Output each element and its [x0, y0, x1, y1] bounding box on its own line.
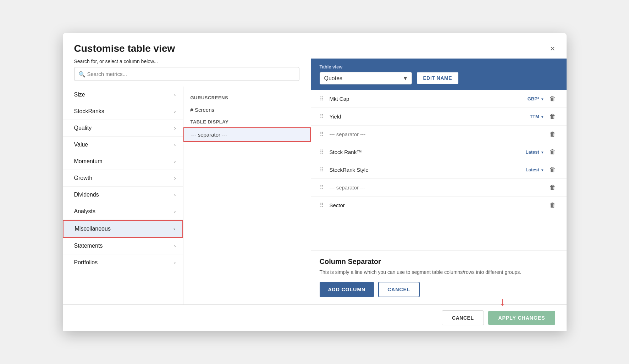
category-item-miscellaneous[interactable]: Miscellaneous›	[63, 220, 183, 238]
delete-column-button[interactable]: 🗑	[547, 183, 558, 192]
modal-body: Search for, or select a column below... …	[63, 59, 567, 304]
column-tag[interactable]: Latest ▾	[526, 167, 543, 172]
category-item-analysts[interactable]: Analysts›	[63, 203, 183, 220]
category-item-value[interactable]: Value›	[63, 137, 183, 153]
column-name: Sector	[330, 202, 543, 208]
dropdown-arrow-icon: ▾	[541, 150, 543, 154]
modal-footer: ↓ CANCEL APPLY CHANGES	[63, 304, 567, 331]
category-item-portfolios[interactable]: Portfolios›	[63, 254, 183, 271]
footer-cancel-button[interactable]: CANCEL	[442, 310, 484, 325]
sub-item-separator[interactable]: --- separator ---	[183, 127, 311, 142]
dropdown-arrow-icon: ▾	[541, 97, 543, 101]
delete-column-button[interactable]: 🗑	[547, 165, 558, 174]
delete-column-button[interactable]: 🗑	[547, 130, 558, 139]
search-area: Search for, or select a column below... …	[63, 59, 311, 87]
category-label-quality: Quality	[74, 125, 92, 131]
category-item-dividends[interactable]: Dividends›	[63, 187, 183, 203]
delete-column-button[interactable]: 🗑	[547, 94, 558, 103]
chevron-right-icon: ›	[174, 142, 176, 148]
table-row: ⠿StockRank StyleLatest ▾🗑	[311, 161, 567, 179]
sub-items-panel: GURUSCREENS# ScreensTABLE DISPLAY--- sep…	[183, 87, 311, 304]
drag-handle-icon[interactable]: ⠿	[320, 95, 324, 102]
delete-column-button[interactable]: 🗑	[547, 148, 558, 156]
close-button[interactable]: ×	[550, 44, 555, 53]
chevron-right-icon: ›	[174, 243, 176, 249]
drag-handle-icon[interactable]: ⠿	[320, 184, 324, 191]
column-name: --- separator ---	[330, 131, 543, 137]
table-row: ⠿--- separator ---🗑	[311, 126, 567, 143]
category-item-size[interactable]: Size›	[63, 87, 183, 103]
table-row: ⠿YieldTTM ▾🗑	[311, 108, 567, 126]
drag-handle-icon[interactable]: ⠿	[320, 113, 324, 120]
sub-item-screens[interactable]: # Screens	[183, 103, 311, 116]
table-view-label: Table view	[320, 64, 459, 70]
search-input[interactable]	[74, 67, 299, 81]
table-row: ⠿Sector🗑	[311, 197, 567, 214]
dropdown-arrow-icon: ▾	[541, 115, 543, 119]
category-item-quality[interactable]: Quality›	[63, 120, 183, 137]
right-panel: Table view QuotesWatchlistPortfolio ▼ ED…	[311, 59, 567, 304]
right-panel-header: Table view QuotesWatchlistPortfolio ▼ ED…	[311, 59, 567, 90]
table-row: ⠿Stock Rank™Latest ▾🗑	[311, 143, 567, 161]
category-item-statements[interactable]: Statements›	[63, 238, 183, 254]
delete-column-button[interactable]: 🗑	[547, 112, 558, 121]
category-label-value: Value	[74, 142, 88, 148]
separator-cancel-button[interactable]: CANCEL	[378, 282, 419, 297]
chevron-right-icon: ›	[174, 125, 176, 131]
category-item-momentum[interactable]: Momentum›	[63, 153, 183, 170]
column-tag[interactable]: GBP* ▾	[528, 96, 543, 101]
modal-title: Customise table view	[74, 43, 175, 54]
edit-name-button[interactable]: EDIT NAME	[416, 72, 459, 84]
category-label-momentum: Momentum	[74, 158, 103, 165]
sub-section-title-guruscreens: GURUSCREENS	[183, 92, 311, 103]
column-name: StockRank Style	[330, 167, 522, 173]
separator-actions: ADD COLUMN CANCEL	[320, 282, 558, 297]
chevron-right-icon: ›	[174, 192, 176, 198]
category-item-stockranks[interactable]: StockRanks›	[63, 103, 183, 120]
header-controls: QuotesWatchlistPortfolio ▼ EDIT NAME	[320, 72, 459, 84]
modal-container: Customise table view × Search for, or se…	[63, 33, 567, 331]
category-label-growth: Growth	[74, 175, 93, 181]
category-label-size: Size	[74, 92, 85, 98]
drag-handle-icon[interactable]: ⠿	[320, 202, 324, 209]
category-label-miscellaneous: Miscellaneous	[75, 226, 111, 232]
footer-apply-button[interactable]: APPLY CHANGES	[488, 311, 555, 325]
column-name: Stock Rank™	[330, 149, 522, 155]
search-input-wrap: 🔍	[74, 67, 299, 81]
category-label-portfolios: Portfolios	[74, 259, 98, 266]
column-tag[interactable]: Latest ▾	[526, 149, 543, 155]
separator-section: Column Separator This is simply a line w…	[311, 250, 567, 304]
drag-handle-icon[interactable]: ⠿	[320, 131, 324, 138]
separator-title: Column Separator	[320, 258, 558, 266]
category-item-growth[interactable]: Growth›	[63, 170, 183, 187]
chevron-right-icon: ›	[174, 209, 176, 214]
delete-column-button[interactable]: 🗑	[547, 201, 558, 210]
drag-handle-icon[interactable]: ⠿	[320, 149, 324, 155]
table-row: ⠿Mkt CapGBP* ▾🗑	[311, 90, 567, 108]
modal-header: Customise table view ×	[63, 33, 567, 59]
category-label-statements: Statements	[74, 243, 103, 249]
column-tag[interactable]: TTM ▾	[530, 114, 543, 119]
category-label-dividends: Dividends	[74, 192, 99, 198]
search-icon: 🔍	[78, 71, 85, 77]
separator-description: This is simply a line which you can use …	[320, 269, 558, 276]
arrow-indicator: ↓	[500, 295, 506, 308]
search-label: Search for, or select a column below...	[74, 59, 299, 64]
add-column-button[interactable]: ADD COLUMN	[320, 282, 374, 297]
table-view-controls: Table view QuotesWatchlistPortfolio ▼ ED…	[320, 64, 459, 84]
category-list: Size›StockRanks›Quality›Value›Momentum›G…	[63, 87, 183, 304]
chevron-right-icon: ›	[174, 92, 176, 98]
table-view-select-wrap: QuotesWatchlistPortfolio ▼	[320, 72, 412, 84]
left-panel: Search for, or select a column below... …	[63, 59, 311, 304]
column-name: --- separator ---	[330, 184, 543, 191]
sub-section-title-table-display: TABLE DISPLAY	[183, 116, 311, 127]
chevron-right-icon: ›	[174, 109, 176, 114]
table-view-select[interactable]: QuotesWatchlistPortfolio	[320, 72, 412, 84]
table-row: ⠿--- separator ---🗑	[311, 179, 567, 197]
chevron-right-icon: ›	[174, 159, 176, 164]
drag-handle-icon[interactable]: ⠿	[320, 166, 324, 173]
column-name: Yield	[330, 114, 526, 120]
chevron-right-icon: ›	[174, 260, 176, 265]
dropdown-arrow-icon: ▾	[541, 168, 543, 172]
column-name: Mkt Cap	[330, 96, 523, 102]
